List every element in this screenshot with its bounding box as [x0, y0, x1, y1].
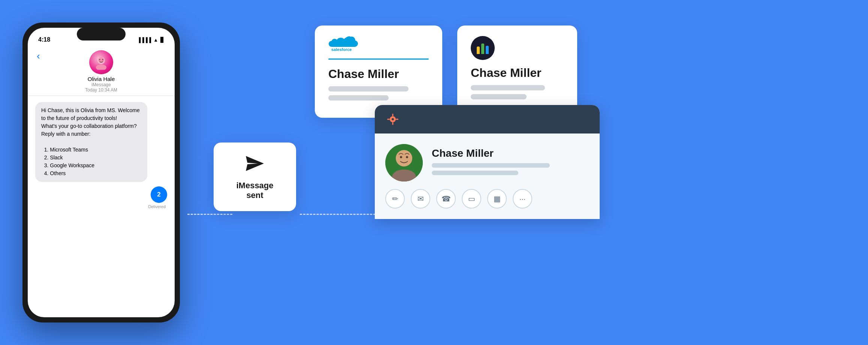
wifi-icon: ▲ [153, 37, 158, 43]
send-icon-svg [244, 153, 265, 174]
imessage-sent-title: iMessagesent [236, 181, 273, 201]
hubspot-logo-icon [385, 112, 400, 127]
svg-rect-11 [392, 122, 394, 125]
phone-notch [77, 28, 126, 40]
phone-mockup: 4:18 ▐▐▐▐ ▲ ▊ ‹ [22, 22, 180, 322]
salesforce-card: salesforce Chase Miller [315, 26, 442, 118]
influ2-detail-line-1 [471, 85, 545, 90]
sent-bubble-wrapper: 2 [35, 186, 167, 203]
hubspot-contact-name: Chase Miller [432, 147, 589, 159]
salesforce-detail-line-1 [328, 86, 409, 92]
svg-point-4 [102, 59, 103, 60]
dashed-line-right [300, 214, 382, 215]
salesforce-contact-name: Chase Miller [328, 67, 429, 81]
chase-face-icon [385, 144, 423, 182]
influ2-logo [471, 36, 495, 60]
dashed-line-left [187, 214, 232, 215]
svg-rect-10 [392, 114, 394, 116]
imessage-sent-card: iMessagesent [214, 142, 296, 211]
edit-button[interactable]: ✏ [385, 189, 405, 208]
battery-icon: ▊ [160, 37, 164, 43]
hubspot-contact-info: Chase Miller [432, 147, 589, 178]
salesforce-detail-line-2 [328, 95, 389, 100]
sent-count: 2 [157, 191, 160, 198]
contact-avatar [89, 50, 113, 74]
influ2-contact-name: Chase Miller [471, 66, 564, 80]
influ2-detail-line-2 [471, 94, 527, 99]
hubspot-detail-line-1 [432, 163, 550, 168]
salesforce-logo: salesforce [328, 36, 429, 54]
hubspot-header [375, 105, 600, 134]
signal-icon: ▐▐▐▐ [137, 37, 151, 43]
status-icons: ▐▐▐▐ ▲ ▊ [137, 37, 164, 43]
status-time: 4:18 [38, 36, 50, 43]
influ2-card: Chase Miller [457, 26, 577, 117]
phone-button[interactable]: ☎ [436, 189, 456, 208]
imessage-time: Today 10:34 AM [85, 87, 117, 93]
sent-bubble: 2 [151, 186, 167, 203]
svg-point-9 [392, 118, 394, 120]
delivered-label: Delivered [35, 204, 167, 209]
svg-rect-12 [387, 119, 390, 120]
svg-text:salesforce: salesforce [331, 47, 352, 52]
svg-point-3 [99, 59, 100, 60]
hubspot-contact-row: Chase Miller [385, 144, 589, 182]
svg-point-17 [400, 156, 402, 158]
influ2-arrows-icon [477, 42, 489, 54]
hubspot-avatar [385, 144, 423, 182]
back-button[interactable]: ‹ [37, 50, 40, 62]
imessage-header: Olivia Hale iMessage Today 10:34 AM [28, 46, 175, 96]
svg-rect-13 [396, 119, 398, 120]
hubspot-actions[interactable]: ✏ ✉ ☎ ▭ ▦ ··· [385, 189, 589, 208]
imessage-label: iMessage [91, 82, 111, 87]
more-button[interactable]: ··· [513, 189, 532, 208]
email-button[interactable]: ✉ [411, 189, 430, 208]
svg-point-15 [396, 150, 412, 166]
svg-point-18 [406, 156, 408, 158]
salesforce-logo-svg: salesforce [328, 36, 366, 52]
contact-name: Olivia Hale [88, 76, 115, 82]
olivia-face-icon [94, 55, 109, 70]
hubspot-body: Chase Miller ✏ ✉ ☎ ▭ ▦ ··· [375, 134, 600, 219]
screen-button[interactable]: ▭ [462, 189, 481, 208]
svg-marker-5 [246, 156, 264, 171]
chat-area: Hi Chase, this is Olivia from MS. Welcom… [28, 96, 175, 215]
calendar-button[interactable]: ▦ [487, 189, 507, 208]
svg-point-2 [96, 64, 106, 70]
hubspot-card: Chase Miller ✏ ✉ ☎ ▭ ▦ ··· [375, 105, 600, 219]
paper-plane-icon [244, 153, 265, 178]
incoming-message-bubble: Hi Chase, this is Olivia from MS. Welcom… [35, 102, 147, 182]
salesforce-divider [328, 58, 429, 60]
hubspot-detail-line-2 [432, 171, 518, 175]
